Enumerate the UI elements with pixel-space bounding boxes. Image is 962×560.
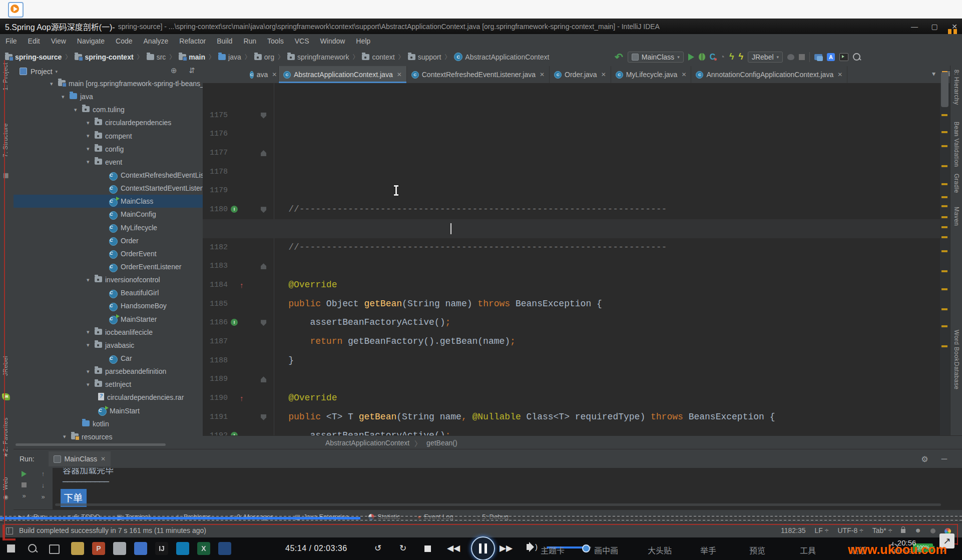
fold-marker-icon[interactable] [261,263,266,269]
stop-button[interactable] [799,54,805,60]
code-line[interactable]: 1187 I ↑ public <T> T getBean(String nam… [203,313,940,332]
breadcrumb-item[interactable]: spring-source 〉 [5,53,75,61]
editor-tab[interactable]: C MyLifecycle.java ✕ [611,66,692,83]
warning-tick[interactable] [941,250,947,252]
code-line[interactable]: 1175 I ↑ [203,87,940,106]
editor-tab[interactable]: C ava ✕ [249,66,279,83]
debug-button[interactable] [699,53,705,61]
code-line[interactable]: 1188 I ↑ assertBeanFactoryActive(); [203,332,940,351]
breadcrumb-item[interactable]: spring-context 〉 [75,53,146,61]
code-line[interactable]: 1184 I ↑ } [203,257,940,276]
tree-row[interactable]: ▾ C MainClass [14,195,203,208]
breadcrumb-item[interactable]: main 〉 [179,53,218,61]
tree-row[interactable]: ▾ event [14,156,203,169]
editor-tab[interactable]: C ContextRefreshedEventListener.java ✕ [407,66,550,83]
warning-tick[interactable] [941,131,947,133]
tree-row[interactable]: ▾ kotlin [14,417,203,430]
menu-item[interactable]: Tools [262,37,289,45]
tool-window-button[interactable]: 7: Structure [2,123,9,157]
code-line[interactable]: 1190 I ↑ } [203,370,940,389]
warning-tick[interactable] [941,270,947,272]
tree-row[interactable]: ▾ circulardependencies [14,116,203,129]
taskbar-search-icon[interactable] [28,544,37,552]
tree-chevron-icon[interactable]: ▾ [62,94,70,100]
rerun-button[interactable] [22,471,27,477]
jrebel-icon[interactable]: JR [2,393,10,400]
tree-row[interactable]: ▾ C ContextStartedEventListener [14,182,203,195]
tree-row[interactable]: ▾ parsebeandefinition [14,365,203,378]
editor-tab[interactable]: C AbstractApplicationContext.java ✕ [279,66,407,83]
warning-tick[interactable] [941,165,947,167]
video-player-app-icon[interactable] [8,2,24,18]
project-structure-icon[interactable] [814,54,822,60]
tree-chevron-icon[interactable]: ▾ [87,133,95,139]
editor-scrollbar[interactable] [940,83,950,435]
tool-window-button[interactable]: 2: Favorites [2,417,9,452]
tree-row[interactable]: ▾ C MainStarter [14,313,203,326]
fold-marker-icon[interactable] [261,414,266,420]
editor-tab[interactable]: C Order.java ✕ [550,66,611,83]
jrebel-run-icon[interactable]: ϟ [729,52,734,62]
close-tab-icon[interactable]: ✕ [601,71,606,78]
tree-row[interactable]: ▾ C OrderEvent [14,247,203,260]
tree-row[interactable]: ▾ C OrderEventListener [14,260,203,273]
rewind-icon[interactable]: ◀◀ [447,543,460,553]
coverage-button[interactable]: C [710,53,716,62]
excel-icon[interactable]: X [197,542,210,555]
warning-tick[interactable] [941,308,947,310]
tree-row[interactable]: ▾ config [14,143,203,156]
tree-chevron-icon[interactable]: ▾ [63,433,71,440]
down-stack-icon[interactable]: ↓ [42,482,45,488]
tree-row[interactable]: ▾ C MyLifecycle [14,221,203,234]
tool-window-button[interactable]: Word Book [953,330,960,362]
chrome-icon[interactable] [134,542,147,555]
tree-chevron-icon[interactable]: ▾ [50,81,58,87]
tree-row[interactable]: ▾ resources [14,430,203,443]
powerpoint-icon[interactable]: P [92,542,105,555]
warning-tick[interactable] [941,216,947,218]
tree-row[interactable]: ▾ com.tuling [14,103,203,116]
horizontal-scrollbar[interactable] [16,443,166,446]
menu-item[interactable]: Help [350,37,376,45]
tree-row[interactable]: ▾ C HandsomeBoy [14,299,203,312]
close-tab-icon[interactable]: ✕ [101,455,106,462]
hide-panel-icon[interactable]: ─ [941,454,947,464]
minimize-button[interactable]: — [907,21,922,32]
back-arrow-icon[interactable]: ↶ [615,51,623,63]
implements-gutter-icon[interactable]: I [231,432,238,435]
tree-row[interactable]: ▾ iocbeanlifecicle [14,326,203,339]
task-view-icon[interactable] [49,544,60,554]
translate-icon[interactable]: A [827,53,835,61]
player-menu-item[interactable]: 举手 [700,544,716,556]
windows-start-icon[interactable] [7,544,15,552]
breadcrumb-item[interactable]: org 〉 [254,53,287,61]
warning-tick[interactable] [941,325,947,327]
stop-playback-icon[interactable] [424,545,431,552]
close-tab-icon[interactable]: ✕ [837,71,842,78]
tool-window-button[interactable]: JRebel [2,356,9,376]
skip-back-icon[interactable]: ↺ [374,543,381,553]
settings-icon[interactable]: ⚙ [921,454,928,464]
player-menu-item[interactable]: 预览 [749,544,765,556]
profiler-button[interactable]: ◔ [720,53,725,62]
player-menu-item[interactable]: 工具 [800,544,816,556]
tool-window-button[interactable]: Database [953,362,960,389]
tree-chevron-icon[interactable]: ▾ [74,107,82,113]
warning-tick[interactable] [941,226,947,228]
tree-chevron-icon[interactable]: ▾ [87,146,95,152]
implements-gutter-icon[interactable]: I [231,319,238,326]
player-menu-item[interactable]: 画中画 [594,544,618,556]
code-line[interactable]: 1186 I ↑ @Override [203,295,940,314]
menu-item[interactable]: Edit [23,37,46,45]
warning-tick[interactable] [941,145,947,147]
status-widget[interactable]: UTF-8 ÷ [838,526,863,534]
code-line[interactable]: 1189 I ↑ return getBeanFactory().getBean… [203,351,940,370]
tree-chevron-icon[interactable]: ▾ [87,342,95,348]
jrebel-rabbit-icon[interactable] [787,54,794,60]
up-stack-icon[interactable]: ↑ [42,471,45,477]
run-tab[interactable]: MainClass ✕ [49,451,111,466]
breadcrumb-item[interactable]: src 〉 [147,53,179,61]
warning-tick[interactable] [941,196,947,198]
implements-gutter-icon[interactable]: I [231,206,238,213]
player-menu-item[interactable]: 主题卡 [541,544,565,556]
